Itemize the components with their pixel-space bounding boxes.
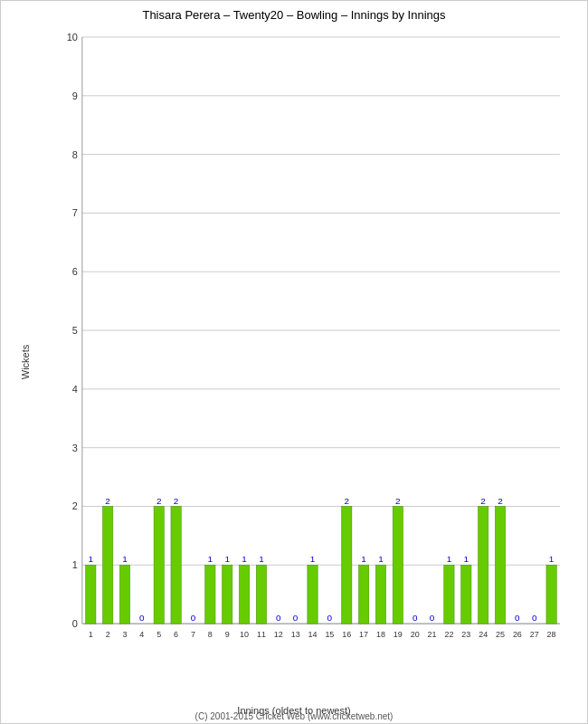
svg-text:1: 1 — [549, 554, 555, 564]
svg-text:2: 2 — [72, 500, 78, 511]
svg-text:24: 24 — [479, 630, 488, 639]
chart-title: Thisara Perera – Twenty20 – Bowling – In… — [1, 1, 587, 25]
svg-text:8: 8 — [208, 630, 213, 639]
svg-text:4: 4 — [72, 384, 78, 395]
svg-text:1: 1 — [89, 630, 93, 639]
svg-text:1: 1 — [464, 554, 469, 564]
svg-text:16: 16 — [342, 630, 351, 639]
svg-text:14: 14 — [308, 630, 318, 639]
svg-text:28: 28 — [547, 630, 556, 639]
svg-text:0: 0 — [191, 613, 196, 623]
svg-text:0: 0 — [72, 618, 78, 629]
svg-text:5: 5 — [156, 630, 161, 639]
svg-text:2: 2 — [395, 496, 401, 506]
bar-chart: 0123456789101122130425260718191101110120… — [46, 28, 569, 669]
svg-text:7: 7 — [191, 630, 195, 639]
chart-area: 0123456789101122130425260718191101110120… — [46, 28, 569, 669]
svg-rect-27 — [102, 507, 112, 624]
svg-text:0: 0 — [327, 613, 333, 623]
svg-text:1: 1 — [259, 554, 264, 564]
svg-text:26: 26 — [513, 630, 522, 639]
svg-text:4: 4 — [139, 630, 144, 639]
svg-text:23: 23 — [461, 630, 470, 639]
svg-text:0: 0 — [532, 613, 537, 623]
svg-text:0: 0 — [139, 613, 145, 623]
svg-text:12: 12 — [274, 630, 283, 639]
svg-text:6: 6 — [72, 266, 78, 277]
svg-text:9: 9 — [225, 630, 230, 639]
svg-rect-64 — [342, 507, 352, 624]
svg-rect-67 — [358, 565, 368, 624]
svg-rect-49 — [239, 565, 249, 624]
svg-text:2: 2 — [105, 496, 110, 506]
svg-text:2: 2 — [498, 496, 503, 506]
svg-text:3: 3 — [123, 630, 128, 639]
copyright-text: (C) 2001-2015 Cricket Web (www.cricketwe… — [195, 711, 394, 721]
svg-rect-35 — [154, 507, 164, 624]
svg-text:1: 1 — [208, 554, 213, 564]
svg-text:0: 0 — [413, 613, 418, 623]
svg-text:5: 5 — [72, 325, 78, 336]
svg-text:0: 0 — [430, 613, 435, 623]
svg-text:6: 6 — [174, 630, 178, 639]
svg-text:1: 1 — [310, 554, 316, 564]
svg-text:0: 0 — [293, 613, 299, 623]
svg-rect-30 — [119, 565, 129, 624]
svg-text:1: 1 — [242, 554, 247, 564]
chart-container: Thisara Perera – Twenty20 – Bowling – In… — [0, 0, 588, 724]
svg-text:11: 11 — [257, 630, 266, 639]
svg-rect-83 — [461, 565, 471, 624]
svg-text:0: 0 — [276, 613, 281, 623]
svg-rect-73 — [393, 507, 403, 624]
svg-text:20: 20 — [411, 630, 420, 639]
svg-text:2: 2 — [106, 630, 110, 639]
svg-rect-52 — [256, 565, 266, 624]
svg-text:17: 17 — [359, 630, 368, 639]
svg-text:1: 1 — [361, 554, 366, 564]
y-axis-label: Wickets — [20, 345, 31, 380]
svg-text:10: 10 — [67, 32, 78, 43]
svg-rect-89 — [495, 507, 505, 624]
svg-text:19: 19 — [394, 630, 403, 639]
svg-text:7: 7 — [72, 207, 78, 218]
svg-rect-86 — [478, 507, 488, 624]
svg-text:2: 2 — [344, 496, 349, 506]
svg-text:10: 10 — [240, 630, 249, 639]
svg-text:2: 2 — [156, 496, 162, 506]
svg-text:25: 25 — [496, 630, 505, 639]
svg-text:18: 18 — [376, 630, 385, 639]
svg-text:21: 21 — [428, 630, 437, 639]
svg-rect-38 — [171, 507, 181, 624]
svg-rect-80 — [444, 565, 454, 624]
svg-text:3: 3 — [72, 443, 78, 453]
svg-text:1: 1 — [447, 554, 452, 564]
svg-text:2: 2 — [480, 496, 486, 506]
svg-text:1: 1 — [224, 554, 230, 564]
svg-text:8: 8 — [72, 149, 78, 160]
svg-text:13: 13 — [291, 630, 300, 639]
svg-rect-96 — [546, 565, 556, 624]
svg-rect-46 — [223, 565, 232, 624]
svg-text:22: 22 — [444, 630, 453, 639]
svg-text:1: 1 — [122, 554, 128, 564]
svg-text:2: 2 — [174, 496, 179, 506]
svg-text:9: 9 — [72, 90, 78, 101]
svg-text:0: 0 — [515, 613, 520, 623]
svg-text:1: 1 — [72, 559, 78, 570]
svg-text:1: 1 — [378, 554, 384, 564]
svg-rect-59 — [308, 565, 318, 624]
svg-text:1: 1 — [89, 554, 94, 564]
svg-text:15: 15 — [325, 630, 334, 639]
svg-rect-70 — [375, 565, 385, 624]
svg-text:27: 27 — [530, 630, 539, 639]
svg-rect-43 — [205, 565, 215, 624]
svg-rect-24 — [86, 565, 96, 624]
